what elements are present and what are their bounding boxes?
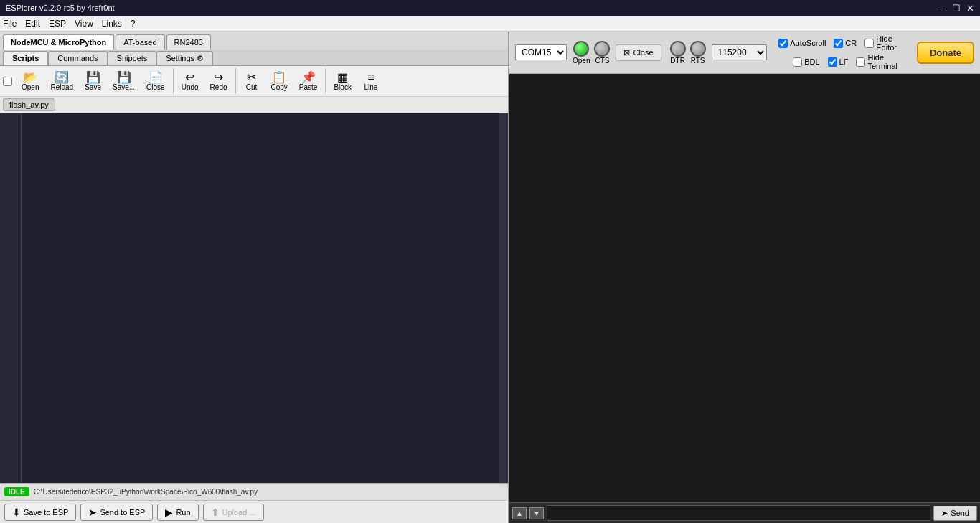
select-all-checkbox[interactable] xyxy=(3,77,12,86)
tab-commands[interactable]: Commands xyxy=(48,51,107,65)
code-content[interactable] xyxy=(22,113,499,483)
copy-icon: 📋 xyxy=(272,72,286,83)
bdl-checkbox[interactable] xyxy=(793,57,802,67)
rts-led-btn: RTS xyxy=(690,41,706,65)
scroll-down-button[interactable]: ▼ xyxy=(529,507,544,519)
copy-button[interactable]: 📋 Copy xyxy=(266,70,293,93)
line-button[interactable]: ≡ Line xyxy=(358,70,384,93)
autoscroll-checkbox[interactable] xyxy=(778,39,788,48)
terminal-input[interactable]: import sys; print(sys.version_info) xyxy=(547,505,930,521)
hide-editor-checkbox[interactable] xyxy=(864,39,874,48)
cts-led xyxy=(594,41,610,57)
checkbox-group-1: AutoScroll CR Hide Editor BDL LF Hide Te… xyxy=(778,34,911,70)
send-icon: ➤ xyxy=(941,509,948,518)
tab-scripts[interactable]: Scripts xyxy=(3,51,48,65)
dtr-led-label: DTR xyxy=(670,57,685,65)
filepath: C:\Users\federico\ESP32_uPython\workSpac… xyxy=(34,488,258,496)
window-controls[interactable]: — ☐ ✕ xyxy=(937,3,974,14)
dtr-led xyxy=(670,41,686,57)
upload-icon: ⬆ xyxy=(211,506,220,518)
send-button[interactable]: ➤ Send xyxy=(933,506,977,521)
cut-icon: ✂ xyxy=(247,72,256,83)
paste-button[interactable]: 📌 Paste xyxy=(294,70,323,93)
reload-button[interactable]: 🔄 Reload xyxy=(45,70,78,93)
tab-snippets[interactable]: Snippets xyxy=(108,51,157,65)
save-to-esp-icon: ⬇ xyxy=(12,506,21,518)
block-icon: ▦ xyxy=(337,72,348,83)
left-panel: NodeMCU & MicroPython AT-based RN2483 Sc… xyxy=(0,32,509,523)
bdl-label: BDL xyxy=(804,57,819,66)
com-header: COM15 Open CTS ⊠ Close DTR xyxy=(509,32,980,74)
file-tab-flash-av[interactable]: flash_av.py xyxy=(3,98,55,111)
hide-terminal-checkbox[interactable] xyxy=(856,57,865,67)
minimize-button[interactable]: — xyxy=(937,3,946,14)
bottom-toolbar: ⬇ Save to ESP ➤ Send to ESP ▶ Run ⬆ Uplo… xyxy=(0,500,508,523)
undo-icon: ↩ xyxy=(185,72,194,83)
tab-settings[interactable]: Settings ⚙ xyxy=(156,51,213,65)
status-badge: IDLE xyxy=(4,487,29,496)
maximize-button[interactable]: ☐ xyxy=(952,3,961,14)
block-button[interactable]: ▦ Block xyxy=(329,70,356,93)
left-statusbar: IDLE C:\Users\federico\ESP32_uPython\wor… xyxy=(0,483,508,500)
device-tabs: NodeMCU & MicroPython AT-based RN2483 xyxy=(0,32,508,50)
rts-led-label: RTS xyxy=(691,57,705,65)
send-to-esp-button[interactable]: ➤ Send to ESP xyxy=(80,504,153,521)
save-icon: 💾 xyxy=(86,72,100,83)
menu-links[interactable]: Links xyxy=(102,19,122,29)
donate-button[interactable]: Donate xyxy=(917,42,974,64)
open-button[interactable]: 📂 Open xyxy=(17,70,44,93)
save-button[interactable]: 💾 Save xyxy=(80,70,106,93)
menu-view[interactable]: View xyxy=(75,19,93,29)
close-com-icon: ⊠ xyxy=(623,48,630,57)
close-com-label: Close xyxy=(633,48,653,57)
cts-led-btn: CTS xyxy=(594,41,610,65)
separator-2 xyxy=(235,68,236,94)
run-icon: ▶ xyxy=(165,506,173,518)
hide-terminal-label: Hide Terminal xyxy=(867,53,911,70)
tab-nodemcu[interactable]: NodeMCU & MicroPython xyxy=(3,34,114,50)
line-numbers xyxy=(0,113,22,483)
right-panel: COM15 Open CTS ⊠ Close DTR xyxy=(509,32,980,523)
toolbar: 📂 Open 🔄 Reload 💾 Save 💾 Save... 📄 Close xyxy=(0,66,508,97)
app-title: ESPlorer v0.2.0-rc5 by 4refr0nt xyxy=(6,4,115,12)
terminal-output[interactable] xyxy=(509,74,980,502)
baud-rate-select[interactable]: 115200 9600 57600 xyxy=(712,44,768,60)
undo-button[interactable]: ↩ Undo xyxy=(176,70,204,93)
separator-3 xyxy=(325,68,326,94)
open-led xyxy=(573,41,589,57)
cr-label: CR xyxy=(845,39,857,47)
menu-edit[interactable]: Edit xyxy=(25,19,40,29)
com-port-select[interactable]: COM15 xyxy=(515,44,567,60)
tab-at-based[interactable]: AT-based xyxy=(116,34,164,50)
cr-checkbox[interactable] xyxy=(834,39,843,48)
hide-editor-label: Hide Editor xyxy=(876,34,911,52)
menu-esp[interactable]: ESP xyxy=(49,19,66,29)
cut-button[interactable]: ✂ Cut xyxy=(239,70,265,93)
close-file-icon: 📄 xyxy=(149,72,163,83)
save-as-icon: 💾 xyxy=(117,72,131,83)
save-to-esp-button[interactable]: ⬇ Save to ESP xyxy=(4,504,76,521)
lf-row: BDL LF Hide Terminal xyxy=(778,53,911,70)
run-button[interactable]: ▶ Run xyxy=(157,504,198,521)
open-led-label: Open xyxy=(573,57,590,65)
led-group: Open CTS xyxy=(573,41,610,65)
open-icon: 📂 xyxy=(23,72,37,83)
tab-rn2483[interactable]: RN2483 xyxy=(166,34,211,50)
redo-button[interactable]: ↪ Redo xyxy=(205,70,232,93)
close-button[interactable]: ✕ xyxy=(966,3,974,14)
reload-icon: 🔄 xyxy=(55,72,69,83)
menubar: File Edit ESP View Links ? xyxy=(0,16,980,32)
line-icon: ≡ xyxy=(367,72,374,83)
redo-icon: ↪ xyxy=(214,72,223,83)
scroll-up-button[interactable]: ▲ xyxy=(512,507,527,519)
code-editor[interactable] xyxy=(0,113,508,483)
close-com-button[interactable]: ⊠ Close xyxy=(616,44,661,61)
lf-checkbox[interactable] xyxy=(828,57,837,67)
script-tabs: Scripts Commands Snippets Settings ⚙ xyxy=(0,50,508,66)
scrollbar-y[interactable] xyxy=(499,113,508,483)
terminal-input-row: ▲ ▼ import sys; print(sys.version_info) … xyxy=(509,502,980,523)
close-file-button[interactable]: 📄 Close xyxy=(141,70,170,93)
menu-help[interactable]: ? xyxy=(131,19,136,29)
menu-file[interactable]: File xyxy=(3,19,17,29)
save-as-button[interactable]: 💾 Save... xyxy=(108,70,140,93)
